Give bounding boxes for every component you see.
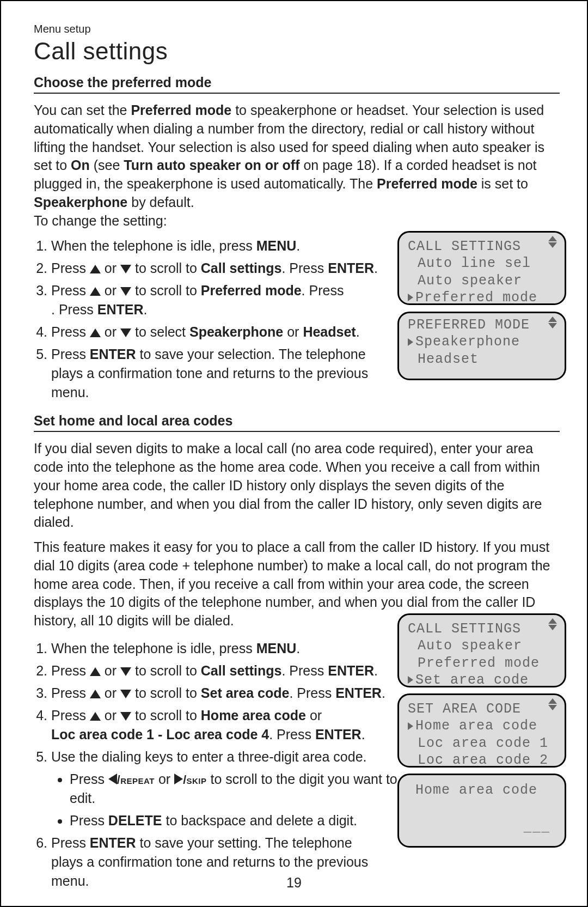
lcd-row-selected: Speakerphone — [408, 333, 557, 350]
lcd-title: CALL SETTINGS — [408, 620, 557, 637]
triangle-up-icon — [90, 328, 101, 337]
bold-text: MENU — [256, 238, 297, 253]
text: or — [101, 324, 120, 339]
lcd-title: SET AREA CODE — [408, 701, 557, 717]
bold-text: ENTER — [335, 685, 382, 701]
lcd-row: Headset — [408, 351, 557, 368]
text: is set to — [477, 176, 528, 191]
lcd-row-selected: Home area code — [408, 717, 557, 734]
text: To change the setting: — [34, 213, 167, 228]
lcd-text: Set area code — [415, 672, 529, 689]
text: . Press — [281, 663, 328, 678]
text: or — [101, 663, 120, 678]
triangle-down-icon — [120, 690, 131, 698]
text: or — [101, 260, 120, 276]
lcd-title: CALL SETTINGS — [408, 238, 557, 255]
bold-text: ENTER — [90, 835, 136, 850]
bold-text: Call settings — [201, 663, 282, 678]
triangle-down-icon — [120, 712, 131, 721]
pointer-icon — [408, 294, 413, 301]
text: Press — [51, 346, 90, 362]
text: When the telephone is idle, press — [51, 641, 256, 656]
section2-heading: Set home and local area codes — [34, 413, 560, 429]
bold-text: Speakerphone — [34, 194, 127, 210]
text: to scroll to — [131, 685, 201, 701]
lcd-row: Auto line sel — [408, 255, 557, 272]
lcd-text: Preferred mode — [415, 289, 537, 306]
step: Press or to scroll to Preferred mode. Pr… — [51, 281, 394, 319]
text: Press — [70, 813, 108, 828]
triangle-left-icon — [108, 774, 117, 784]
text: Press — [51, 708, 90, 723]
manual-page: Menu setup Call settings Choose the pref… — [0, 0, 588, 907]
bold-text: Headset — [303, 324, 356, 339]
up-down-icon — [548, 618, 557, 630]
smallcaps-text: /skip — [183, 774, 206, 787]
text: Press — [51, 685, 90, 701]
bold-text: On — [71, 157, 90, 173]
step: Press or to select Speakerphone or Heads… — [51, 322, 394, 342]
triangle-up-icon — [90, 712, 101, 721]
triangle-down-icon — [120, 265, 131, 273]
lcd-row: Loc area code 2 — [408, 752, 557, 769]
text: . — [296, 238, 300, 253]
text: When the telephone is idle, press — [51, 238, 256, 253]
section1-heading: Choose the preferred mode — [34, 75, 560, 90]
triangle-down-icon — [120, 328, 131, 337]
lcd-row-selected: Preferred mode — [408, 289, 557, 306]
text: . Press — [281, 260, 328, 276]
text: to scroll to — [131, 260, 201, 276]
bold-text: MENU — [256, 641, 297, 656]
text: to scroll to — [131, 283, 201, 298]
text: or — [155, 771, 174, 787]
bold-text: Loc area code 1 - Loc area code 4 — [51, 727, 269, 742]
text: . — [382, 685, 385, 701]
text: or — [283, 324, 303, 339]
smallcaps-text: /repeat — [117, 774, 155, 787]
bold-text: Speakerphone — [189, 324, 283, 339]
text: Press — [51, 663, 90, 678]
lcd-dashes: ___ — [524, 820, 550, 835]
triangle-down-icon — [120, 287, 131, 296]
bold-text: ENTER — [328, 260, 374, 276]
triangle-down-icon — [120, 667, 131, 676]
text: . Press — [51, 302, 97, 317]
text: Press — [51, 835, 90, 850]
lcd-text: Home area code — [415, 717, 537, 734]
lcd-screen-set-area-code: SET AREA CODE Home area code Loc area co… — [397, 693, 566, 768]
text: to select — [131, 324, 189, 339]
triangle-right-icon — [174, 774, 183, 784]
bold-text: DELETE — [108, 813, 162, 828]
text: . Press — [289, 685, 335, 701]
page-title: Call settings — [34, 38, 560, 65]
text: Press — [51, 283, 90, 298]
triangle-up-icon — [90, 287, 101, 296]
text: Use the dialing keys to enter a three-di… — [51, 749, 367, 764]
bold-text: Preferred mode — [201, 283, 302, 298]
text: . Press — [302, 283, 344, 298]
bold-text: Call settings — [201, 260, 282, 276]
lcd-screen-call-settings-1: CALL SETTINGS Auto line sel Auto speaker… — [397, 231, 566, 305]
text: . — [374, 663, 378, 678]
section2-paragraph1: If you dial seven digits to make a local… — [34, 440, 560, 532]
step: Press or to scroll to Call settings. Pre… — [51, 259, 394, 278]
substep: Press DELETE to backspace and delete a d… — [70, 811, 411, 830]
bold-text: Set area code — [201, 685, 290, 701]
bold-text: Preferred mode — [377, 176, 477, 191]
text: or — [101, 283, 120, 298]
divider — [34, 93, 560, 94]
step: Use the dialing keys to enter a three-di… — [51, 747, 411, 830]
step: Press or to scroll to Home area code or … — [51, 706, 400, 744]
text: to backspace and delete a digit. — [162, 813, 357, 828]
lcd-row-selected: Set area code — [408, 672, 557, 689]
lcd-title: PREFERRED MODE — [408, 316, 557, 333]
substep: Press /repeat or /skip to scroll to the … — [70, 770, 411, 808]
pointer-icon — [408, 338, 413, 346]
step: When the telephone is idle, press MENU. — [51, 236, 394, 255]
text: (see — [90, 157, 124, 173]
text: to scroll to — [131, 663, 201, 678]
text: or — [306, 708, 322, 723]
text: . — [296, 641, 300, 656]
breadcrumb: Menu setup — [34, 23, 560, 35]
lcd-text: Speakerphone — [415, 333, 520, 350]
